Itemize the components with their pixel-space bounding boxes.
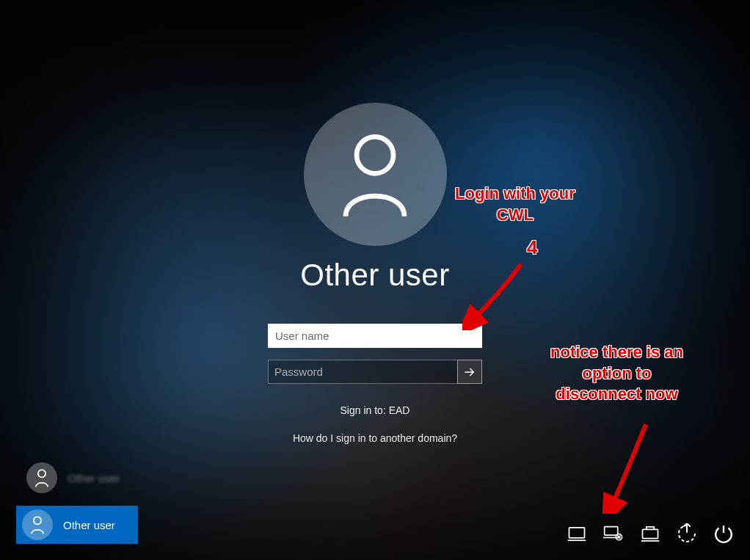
- login-title: Other user: [300, 258, 449, 293]
- remote-session-icon[interactable]: [640, 523, 660, 544]
- network-icon[interactable]: [567, 523, 587, 544]
- user-avatar-large: [304, 103, 447, 246]
- person-icon: [338, 131, 412, 219]
- power-icon[interactable]: [713, 523, 734, 544]
- user-tile-name: Other user: [68, 472, 120, 484]
- person-icon: [34, 468, 50, 487]
- password-input[interactable]: [268, 360, 457, 384]
- svg-rect-3: [569, 527, 585, 537]
- domain-help-link[interactable]: How do I sign in to another domain?: [293, 432, 457, 444]
- user-tile-name: Other user: [63, 519, 115, 531]
- arrow-right-icon: [463, 366, 476, 379]
- ease-of-access-icon[interactable]: [677, 523, 697, 544]
- mini-avatar: [26, 462, 57, 493]
- disconnect-icon[interactable]: [603, 523, 624, 544]
- svg-rect-6: [643, 529, 658, 538]
- password-row: [268, 360, 482, 384]
- mini-avatar: [22, 509, 53, 540]
- svg-point-1: [38, 470, 45, 477]
- username-input[interactable]: [268, 324, 482, 348]
- submit-button[interactable]: [457, 360, 482, 384]
- user-tile-inactive[interactable]: Other user: [16, 459, 138, 497]
- corner-icon-tray: [567, 523, 734, 544]
- svg-rect-4: [605, 527, 618, 536]
- svg-point-0: [357, 137, 393, 173]
- user-tile-selected[interactable]: Other user: [16, 506, 138, 544]
- username-field-wrap: [268, 324, 482, 348]
- signin-domain-label: Sign in to: EAD: [341, 404, 410, 416]
- svg-point-2: [34, 517, 41, 524]
- login-panel: Other user Sign in to: EAD How do I sign…: [221, 103, 529, 444]
- user-switcher: Other user Other user: [16, 459, 138, 544]
- person-icon: [29, 515, 45, 534]
